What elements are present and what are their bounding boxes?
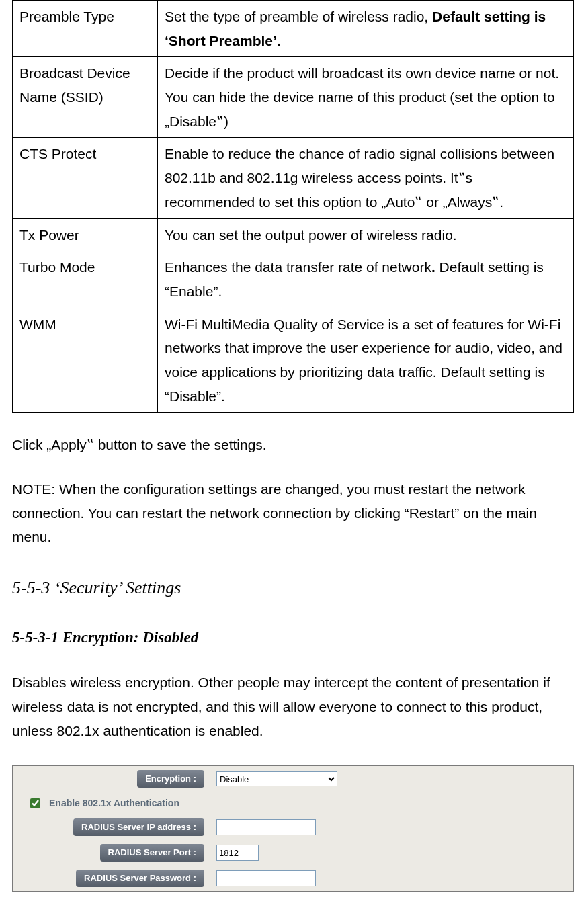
cell-val: Wi-Fi MultiMedia Quality of Service is a… (158, 308, 574, 413)
security-settings-panel: Encryption : Disable Enable 802.1x Authe… (12, 765, 574, 892)
cell-key: CTS Protect (13, 138, 158, 218)
paragraph-apply: Click „Apply‟ button to save the setting… (12, 433, 574, 457)
radius-port-label: RADIUS Server Port : (100, 844, 204, 862)
heading-5-5-3: 5-5-3 ‘Security’ Settings (12, 573, 574, 603)
enable-8021x-checkbox[interactable] (30, 798, 40, 808)
table-row: Tx Power You can set the output power of… (13, 218, 574, 251)
table-row: Preamble Type Set the type of preamble o… (13, 1, 574, 57)
radius-port-input[interactable] (216, 845, 259, 861)
paragraph-encryption: Disables wireless encryption. Other peop… (12, 671, 574, 743)
table-row: Broadcast Device Name (SSID) Decide if t… (13, 57, 574, 138)
cell-val: You can set the output power of wireless… (158, 218, 574, 251)
heading-5-5-3-1: 5-5-3-1 Encryption: Disabled (12, 624, 574, 650)
table-row: CTS Protect Enable to reduce the chance … (13, 138, 574, 218)
cell-val: Set the type of preamble of wireless rad… (158, 1, 574, 57)
enable-8021x-label: Enable 802.1x Authentication (49, 796, 179, 812)
cell-val: Decide if the product will broadcast its… (158, 57, 574, 138)
radius-ip-input[interactable] (216, 819, 316, 835)
cell-key: Broadcast Device Name (SSID) (13, 57, 158, 138)
table-row: Turbo Mode Enhances the data transfer ra… (13, 251, 574, 308)
cell-key: Turbo Mode (13, 251, 158, 308)
settings-table: Preamble Type Set the type of preamble o… (12, 0, 574, 413)
cell-val: Enable to reduce the chance of radio sig… (158, 138, 574, 218)
cell-val: Enhances the data transfer rate of netwo… (158, 251, 574, 308)
radius-password-label: RADIUS Server Password : (76, 870, 204, 887)
cell-key: Tx Power (13, 218, 158, 251)
paragraph-note: NOTE: When the configuration settings ar… (12, 477, 574, 549)
radius-ip-label: RADIUS Server IP address : (73, 818, 204, 836)
cell-key: Preamble Type (13, 1, 158, 57)
cell-key: WMM (13, 308, 158, 413)
radius-password-input[interactable] (216, 870, 316, 886)
encryption-select[interactable]: Disable (216, 771, 337, 786)
encryption-label: Encryption : (137, 770, 204, 788)
table-row: WMM Wi-Fi MultiMedia Quality of Service … (13, 308, 574, 413)
